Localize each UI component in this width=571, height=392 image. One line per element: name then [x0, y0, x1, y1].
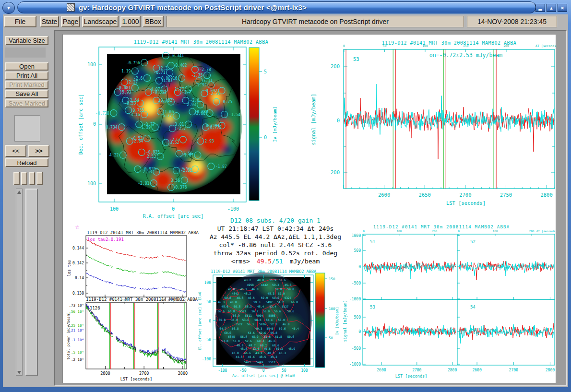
svg-text:200: 200 — [503, 44, 509, 48]
svg-text:LST [seconds]: LST [seconds] — [395, 374, 428, 379]
svg-text:0.138: 0.138 — [72, 291, 84, 296]
svg-text:53: 53 — [353, 56, 359, 62]
svg-text:0: 0 — [209, 319, 211, 323]
svg-text:on=-0.72±2.53 mJy/beam: on=-0.72±2.53 mJy/beam — [429, 52, 502, 59]
svg-text:45.3: 45.3 — [285, 283, 292, 286]
svg-text:52.3: 52.3 — [270, 322, 277, 326]
file-menu-button[interactable]: File — [4, 16, 36, 27]
svg-text:58.8: 58.8 — [254, 318, 262, 321]
svg-text:200: 200 — [432, 229, 437, 233]
scroll-up-icon[interactable] — [16, 189, 22, 195]
svg-text:0.402: 0.402 — [175, 63, 187, 68]
svg-text:-2.81: -2.81 — [138, 181, 149, 186]
open-button[interactable]: Open — [5, 62, 48, 71]
svg-text:48.7: 48.7 — [249, 344, 256, 347]
svg-text:58.6: 58.6 — [287, 309, 295, 313]
svg-text:4958: 4958 — [247, 283, 254, 286]
svg-text:4904: 4904 — [256, 314, 263, 317]
svg-text:0.734: 0.734 — [106, 125, 117, 130]
svg-text:5517: 5517 — [269, 360, 276, 364]
svg-text:2.93: 2.93 — [187, 103, 196, 107]
bbox-button[interactable]: BBox — [143, 16, 164, 27]
svg-text:1119-D12 #0141 MRT 30m 20: 1119-D12 #0141 MRT 30m 20081114 MAMBO2 A… — [87, 230, 199, 235]
svg-text:5492: 5492 — [266, 300, 273, 304]
svg-text:150: 150 — [463, 44, 469, 48]
menu-down-icon: ▼ — [7, 6, 11, 11]
scale-indicator-box — [5, 48, 46, 58]
svg-text:43.1: 43.1 — [255, 351, 262, 355]
next-page-button[interactable]: >> — [28, 145, 49, 157]
svg-text:-50: -50 — [204, 338, 212, 342]
mark-toggle-3[interactable] — [29, 172, 35, 185]
svg-text:0: 0 — [264, 135, 267, 140]
sidebar-scrollbar[interactable] — [16, 189, 23, 376]
svg-text:44.8: 44.8 — [236, 355, 243, 358]
svg-text:-0.53: -0.53 — [124, 101, 136, 106]
svg-text:59.8: 59.8 — [287, 287, 295, 291]
sidebar-scroll-column[interactable] — [25, 189, 38, 376]
scan-info-line5: throw 32as period 0.52s rot. 0deg — [196, 249, 355, 257]
scale-button[interactable]: 1.000 — [120, 16, 141, 27]
svg-text:4442: 4442 — [261, 283, 268, 286]
svg-text:60.6: 60.6 — [224, 331, 231, 334]
svg-text:53: 53 — [370, 305, 375, 309]
svg-text:2700: 2700 — [139, 371, 149, 376]
svg-text:150: 150 — [329, 277, 335, 281]
svg-text:200: 200 — [529, 229, 535, 233]
svg-text:49.3: 49.3 — [255, 327, 262, 330]
svg-text:56.6: 56.6 — [274, 309, 281, 313]
shade-icon: ▲ — [549, 6, 554, 11]
svg-text:2600: 2600 — [377, 368, 386, 372]
document-viewport[interactable]: 1119-D12 #0141 MRT 30m 20081114 MAMBO2 A… — [54, 30, 567, 386]
close-button[interactable]: ✕ — [558, 4, 567, 12]
app-icon — [67, 3, 75, 12]
prev-page-button[interactable]: << — [5, 145, 26, 157]
svg-text:3.52: 3.52 — [157, 100, 167, 104]
svg-text:56.2: 56.2 — [251, 309, 259, 313]
svg-text:los tau: los tau — [67, 260, 71, 276]
channel53-timeseries-plot: 1119-D12 #0141 MRT 30m 20081114 MAMBO2 A… — [308, 38, 556, 212]
svg-text:-100: -100 — [227, 206, 239, 212]
svg-text:-100: -100 — [218, 368, 227, 373]
shade-button[interactable]: ▲ — [547, 4, 556, 12]
svg-text:53.8: 53.8 — [233, 339, 240, 343]
svg-text:53.9: 53.9 — [278, 318, 285, 321]
mark-toggle-1[interactable] — [13, 172, 20, 185]
svg-text:52: 52 — [470, 239, 476, 244]
svg-text:54: 54 — [470, 305, 476, 309]
svg-text:59.6: 59.6 — [279, 327, 286, 330]
page-menu-button[interactable]: Page — [61, 16, 80, 27]
page-list-box[interactable] — [14, 115, 40, 142]
svg-text:48.8: 48.8 — [237, 296, 244, 299]
window-menu-button[interactable]: ▼ — [2, 2, 15, 14]
svg-text:-2.75: -2.75 — [191, 73, 202, 78]
print-marked-button[interactable]: Print Marked — [5, 81, 48, 89]
svg-text:2800: 2800 — [448, 368, 457, 372]
svg-text:0.142: 0.142 — [72, 261, 84, 265]
print-all-button[interactable]: Print All — [5, 71, 48, 80]
save-marked-button[interactable]: Save Marked — [5, 99, 48, 107]
svg-text:59.8: 59.8 — [224, 296, 231, 299]
svg-text:45.2: 45.2 — [240, 287, 248, 291]
svg-text:Iν [mJy/beam]: Iν [mJy/beam] — [335, 307, 339, 335]
svg-text:100: 100 — [329, 307, 335, 311]
svg-text:4841: 4841 — [232, 292, 239, 295]
scroll-down-icon[interactable] — [16, 369, 22, 375]
mark-toggle-2[interactable] — [21, 172, 27, 185]
titlebar[interactable]: gv: Hardcopy GTVIRT metacode on PostScri… — [17, 1, 536, 13]
minimize-button[interactable]: ▂ — [535, 4, 545, 12]
svg-text:53.4: 53.4 — [269, 305, 276, 308]
svg-text:59.6: 59.6 — [272, 296, 279, 299]
svg-text:0: 0 — [358, 330, 361, 334]
state-menu-button[interactable]: State — [40, 16, 59, 27]
svg-text:-200: -200 — [328, 169, 340, 175]
svg-text:☆: ☆ — [75, 223, 80, 230]
variable-size-button[interactable]: Variable Size — [5, 36, 48, 45]
orientation-button[interactable]: Landscape — [82, 16, 119, 27]
save-all-button[interactable]: Save All — [5, 90, 48, 98]
svg-text:48.5: 48.5 — [268, 351, 275, 355]
reload-button[interactable]: Reload — [5, 158, 48, 167]
svg-text:48.8: 48.8 — [240, 347, 248, 350]
mark-toggle-4[interactable] — [36, 172, 43, 185]
document-title: Hardcopy GTVIRT metacode on PostScript d… — [167, 16, 464, 27]
